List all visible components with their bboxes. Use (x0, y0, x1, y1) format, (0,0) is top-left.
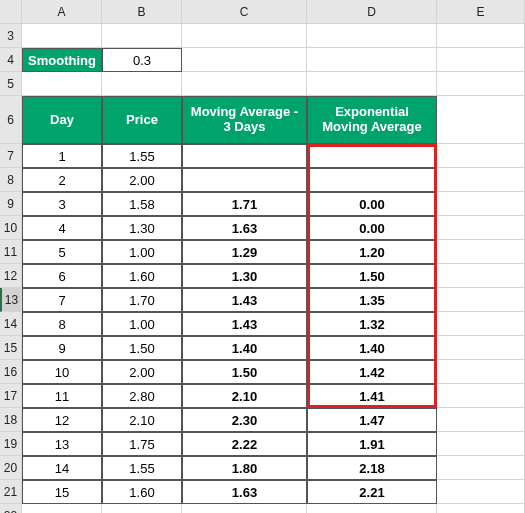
cell-ma[interactable]: 1.63 (182, 216, 307, 240)
cell-empty[interactable] (437, 384, 525, 408)
cell-day[interactable]: 12 (22, 408, 102, 432)
row-header-16[interactable]: 16 (0, 360, 22, 384)
cell-ma[interactable] (182, 144, 307, 168)
row-header-6[interactable]: 6 (0, 96, 22, 144)
cell-empty[interactable] (437, 288, 525, 312)
cell-price[interactable]: 1.75 (102, 432, 182, 456)
cell-empty[interactable] (437, 480, 525, 504)
cell-ema[interactable] (307, 168, 437, 192)
cell-ma[interactable]: 1.30 (182, 264, 307, 288)
cell-empty[interactable] (437, 144, 525, 168)
cell-empty[interactable] (437, 72, 525, 96)
cell-ma[interactable]: 1.43 (182, 312, 307, 336)
cell-empty[interactable] (437, 96, 525, 144)
cell-day[interactable]: 14 (22, 456, 102, 480)
col-header-E[interactable]: E (437, 0, 525, 24)
cell-empty[interactable] (307, 48, 437, 72)
cell-day[interactable]: 6 (22, 264, 102, 288)
cell-ema[interactable]: 0.00 (307, 192, 437, 216)
row-header-12[interactable]: 12 (0, 264, 22, 288)
cell-ema[interactable]: 1.50 (307, 264, 437, 288)
cell-day[interactable]: 4 (22, 216, 102, 240)
row-header-20[interactable]: 20 (0, 456, 22, 480)
cell-empty[interactable] (182, 24, 307, 48)
row-header-19[interactable]: 19 (0, 432, 22, 456)
cell-day[interactable]: 15 (22, 480, 102, 504)
cell-empty[interactable] (437, 48, 525, 72)
cell-ema[interactable]: 2.18 (307, 456, 437, 480)
cell-ema[interactable]: 2.21 (307, 480, 437, 504)
cell-empty[interactable] (437, 264, 525, 288)
cell-ma[interactable]: 1.50 (182, 360, 307, 384)
cell-day[interactable]: 3 (22, 192, 102, 216)
row-header-21[interactable]: 21 (0, 480, 22, 504)
cell-ma[interactable]: 2.22 (182, 432, 307, 456)
cell-price[interactable]: 1.60 (102, 480, 182, 504)
cell-empty[interactable] (307, 72, 437, 96)
smoothing-value[interactable]: 0.3 (102, 48, 182, 72)
cell-empty[interactable] (22, 504, 102, 513)
row-header-8[interactable]: 8 (0, 168, 22, 192)
cell-empty[interactable] (437, 24, 525, 48)
cell-empty[interactable] (437, 336, 525, 360)
cell-price[interactable]: 2.00 (102, 168, 182, 192)
cell-ma[interactable]: 1.80 (182, 456, 307, 480)
cell-day[interactable]: 10 (22, 360, 102, 384)
cell-ma[interactable]: 1.71 (182, 192, 307, 216)
cell-ma[interactable]: 2.30 (182, 408, 307, 432)
cell-price[interactable]: 1.58 (102, 192, 182, 216)
cell-ema[interactable]: 1.20 (307, 240, 437, 264)
cell-price[interactable]: 2.80 (102, 384, 182, 408)
cell-empty[interactable] (22, 72, 102, 96)
cell-ema[interactable]: 0.00 (307, 216, 437, 240)
col-header-C[interactable]: C (182, 0, 307, 24)
cell-empty[interactable] (437, 456, 525, 480)
row-header-9[interactable]: 9 (0, 192, 22, 216)
cell-price[interactable]: 2.00 (102, 360, 182, 384)
cell-ma[interactable]: 2.10 (182, 384, 307, 408)
row-header-5[interactable]: 5 (0, 72, 22, 96)
cell-empty[interactable] (437, 192, 525, 216)
cell-ma[interactable]: 1.40 (182, 336, 307, 360)
row-header-22[interactable]: 22 (0, 504, 22, 513)
cell-ema[interactable]: 1.40 (307, 336, 437, 360)
cell-price[interactable]: 2.10 (102, 408, 182, 432)
cell-ema[interactable]: 1.91 (307, 432, 437, 456)
cell-day[interactable]: 13 (22, 432, 102, 456)
cell-ma[interactable]: 1.43 (182, 288, 307, 312)
cell-ema[interactable] (307, 144, 437, 168)
cell-empty[interactable] (437, 408, 525, 432)
cell-empty[interactable] (102, 504, 182, 513)
col-header-B[interactable]: B (102, 0, 182, 24)
cell-ema[interactable]: 1.42 (307, 360, 437, 384)
row-header-3[interactable]: 3 (0, 24, 22, 48)
row-header-17[interactable]: 17 (0, 384, 22, 408)
cell-empty[interactable] (182, 48, 307, 72)
cell-empty[interactable] (102, 24, 182, 48)
cell-day[interactable]: 9 (22, 336, 102, 360)
col-header-A[interactable]: A (22, 0, 102, 24)
cell-empty[interactable] (307, 24, 437, 48)
cell-day[interactable]: 2 (22, 168, 102, 192)
cell-day[interactable]: 1 (22, 144, 102, 168)
col-header-D[interactable]: D (307, 0, 437, 24)
cell-ema[interactable]: 1.41 (307, 384, 437, 408)
cell-price[interactable]: 1.70 (102, 288, 182, 312)
cell-empty[interactable] (437, 168, 525, 192)
cell-price[interactable]: 1.30 (102, 216, 182, 240)
cell-empty[interactable] (437, 240, 525, 264)
cell-ema[interactable]: 1.32 (307, 312, 437, 336)
cell-empty[interactable] (437, 360, 525, 384)
cell-empty[interactable] (307, 504, 437, 513)
cell-price[interactable]: 1.00 (102, 240, 182, 264)
cell-empty[interactable] (182, 504, 307, 513)
cell-day[interactable]: 7 (22, 288, 102, 312)
cell-price[interactable]: 1.55 (102, 144, 182, 168)
row-header-4[interactable]: 4 (0, 48, 22, 72)
row-header-7[interactable]: 7 (0, 144, 22, 168)
cell-day[interactable]: 5 (22, 240, 102, 264)
row-header-10[interactable]: 10 (0, 216, 22, 240)
cell-empty[interactable] (437, 432, 525, 456)
cell-empty[interactable] (437, 504, 525, 513)
cell-empty[interactable] (437, 312, 525, 336)
